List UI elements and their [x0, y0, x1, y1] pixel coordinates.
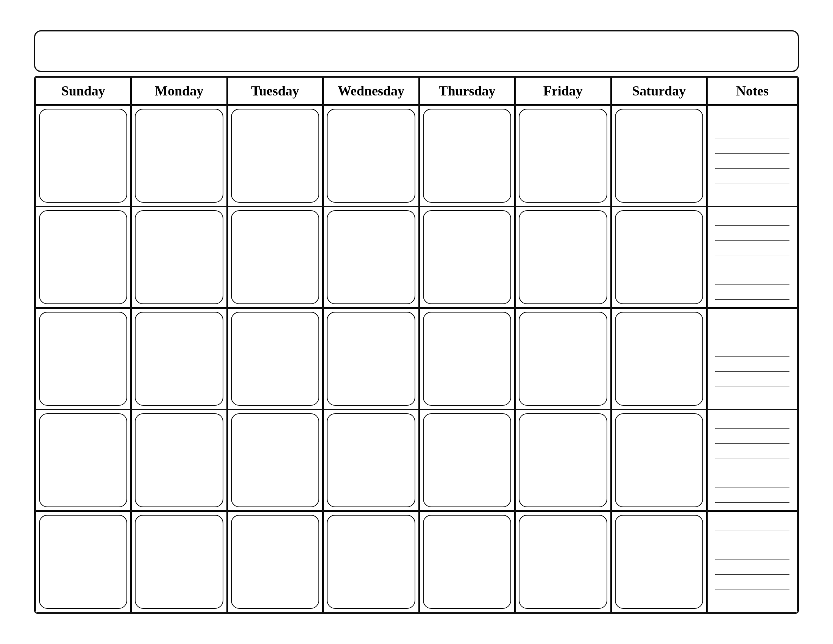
cell-r4-mon[interactable]	[131, 409, 227, 511]
notes-line	[715, 317, 790, 327]
cell-r5-sun[interactable]	[35, 511, 131, 613]
notes-line	[715, 462, 790, 473]
notes-line	[715, 332, 790, 342]
notes-line	[715, 143, 790, 154]
notes-line	[715, 579, 790, 589]
notes-line	[715, 433, 790, 444]
cell-r3-mon[interactable]	[131, 308, 227, 409]
notes-line	[715, 376, 790, 386]
cell-r2-tue[interactable]	[227, 206, 323, 308]
notes-line	[715, 259, 790, 270]
cell-r2-fri[interactable]	[515, 206, 611, 308]
notes-line	[715, 492, 790, 503]
notes-r5[interactable]	[707, 511, 798, 613]
cell-r3-thu[interactable]	[419, 308, 515, 409]
header-notes: Notes	[707, 77, 798, 105]
notes-line	[715, 418, 790, 429]
notes-line	[715, 173, 790, 184]
cell-r4-tue[interactable]	[227, 409, 323, 511]
title-bar[interactable]	[34, 30, 799, 72]
notes-line	[715, 520, 790, 530]
cell-r2-sat[interactable]	[611, 206, 707, 308]
cell-r2-wed[interactable]	[323, 206, 419, 308]
header-sunday: Sunday	[35, 77, 131, 105]
cell-r2-mon[interactable]	[131, 206, 227, 308]
cell-r1-wed[interactable]	[323, 105, 419, 206]
cell-r5-thu[interactable]	[419, 511, 515, 613]
header-friday: Friday	[515, 77, 611, 105]
cell-r3-fri[interactable]	[515, 308, 611, 409]
notes-line	[715, 289, 790, 299]
header-thursday: Thursday	[419, 77, 515, 105]
notes-line	[715, 215, 790, 226]
cell-r1-thu[interactable]	[419, 105, 515, 206]
cell-r4-sat[interactable]	[611, 409, 707, 511]
notes-line	[715, 245, 790, 255]
notes-line	[715, 114, 790, 124]
notes-line	[715, 564, 790, 575]
notes-line	[715, 448, 790, 458]
notes-line	[715, 549, 790, 560]
notes-line	[715, 129, 790, 139]
cell-r1-sun[interactable]	[35, 105, 131, 206]
notes-line	[715, 274, 790, 285]
cell-r5-tue[interactable]	[227, 511, 323, 613]
cell-r2-thu[interactable]	[419, 206, 515, 308]
cell-r1-mon[interactable]	[131, 105, 227, 206]
cell-r5-sat[interactable]	[611, 511, 707, 613]
notes-line	[715, 346, 790, 357]
header-wednesday: Wednesday	[323, 77, 419, 105]
notes-line	[715, 594, 790, 604]
cell-r3-sat[interactable]	[611, 308, 707, 409]
cell-r1-sat[interactable]	[611, 105, 707, 206]
notes-line	[715, 477, 790, 488]
cell-r3-tue[interactable]	[227, 308, 323, 409]
cell-r4-sun[interactable]	[35, 409, 131, 511]
cell-r2-sun[interactable]	[35, 206, 131, 308]
cell-r4-wed[interactable]	[323, 409, 419, 511]
cell-r5-wed[interactable]	[323, 511, 419, 613]
header-monday: Monday	[131, 77, 227, 105]
notes-line	[715, 188, 790, 198]
cell-r1-tue[interactable]	[227, 105, 323, 206]
notes-r3[interactable]	[707, 308, 798, 409]
cell-r4-thu[interactable]	[419, 409, 515, 511]
notes-line	[715, 361, 790, 372]
header-tuesday: Tuesday	[227, 77, 323, 105]
cell-r4-fri[interactable]	[515, 409, 611, 511]
calendar-wrapper: Sunday Monday Tuesday Wednesday Thursday…	[19, 15, 814, 629]
cell-r3-wed[interactable]	[323, 308, 419, 409]
cell-r1-fri[interactable]	[515, 105, 611, 206]
cell-r5-fri[interactable]	[515, 511, 611, 613]
cell-r5-mon[interactable]	[131, 511, 227, 613]
notes-line	[715, 391, 790, 401]
calendar-grid: Sunday Monday Tuesday Wednesday Thursday…	[34, 76, 799, 614]
notes-r2[interactable]	[707, 206, 798, 308]
notes-r4[interactable]	[707, 409, 798, 511]
header-saturday: Saturday	[611, 77, 707, 105]
notes-line	[715, 535, 790, 545]
notes-r1[interactable]	[707, 105, 798, 206]
notes-line	[715, 230, 790, 241]
notes-line	[715, 158, 790, 169]
cell-r3-sun[interactable]	[35, 308, 131, 409]
